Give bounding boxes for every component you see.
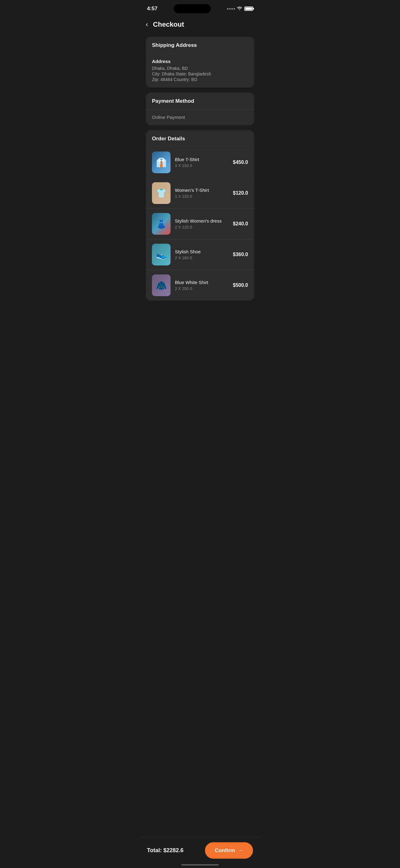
item-image-blue-white-shirt bbox=[152, 274, 171, 296]
item-price-blue-white-shirt: $500.0 bbox=[233, 282, 248, 288]
main-content: Shipping Address Address Dhaka, Dhaka, B… bbox=[139, 34, 261, 332]
item-name-blue-tshirt: Blue T-Shirt bbox=[175, 157, 229, 162]
payment-method-value: Online Payment bbox=[152, 115, 185, 120]
address-line2: City: Dhaka State: Bangladesh bbox=[152, 71, 248, 76]
address-line1: Dhaka, Dhaka, BD bbox=[152, 66, 248, 71]
battery-icon bbox=[244, 6, 253, 11]
item-quantity-womens-tshirt: 1 X 120.0 bbox=[175, 194, 229, 199]
order-item: Blue T-Shirt 3 X 150.0 $450.0 bbox=[146, 147, 254, 178]
order-item: Stylish Shoe 2 X 180.0 $360.0 bbox=[146, 239, 254, 270]
payment-method-header: Payment Method bbox=[146, 93, 254, 110]
item-details-blue-white-shirt: Blue White Shirt 2 X 250.0 bbox=[175, 280, 229, 291]
item-details-stylish-shoe: Stylish Shoe 2 X 180.0 bbox=[175, 249, 229, 260]
item-name-womens-tshirt: Women's T-Shirt bbox=[175, 187, 229, 193]
item-name-womens-dress: Stylish Women's dress bbox=[175, 218, 229, 223]
item-price-stylish-shoe: $360.0 bbox=[233, 252, 248, 257]
item-details-womens-tshirt: Women's T-Shirt 1 X 120.0 bbox=[175, 187, 229, 199]
signal-icon bbox=[227, 8, 235, 10]
item-quantity-womens-dress: 2 X 120.0 bbox=[175, 225, 229, 229]
item-image-womens-tshirt bbox=[152, 182, 171, 204]
item-image-stylish-shoe bbox=[152, 244, 171, 266]
item-name-stylish-shoe: Stylish Shoe bbox=[175, 249, 229, 254]
wifi-icon bbox=[237, 6, 242, 11]
order-item: Blue White Shirt 2 X 250.0 $500.0 bbox=[146, 270, 254, 301]
order-details-header: Order Details bbox=[146, 130, 254, 147]
order-details-title: Order Details bbox=[152, 136, 185, 142]
address-line3: Zip: 48484 Country: BD bbox=[152, 77, 248, 82]
item-quantity-stylish-shoe: 2 X 180.0 bbox=[175, 255, 229, 260]
back-button[interactable]: ‹ bbox=[146, 21, 148, 29]
order-details-card: Order Details Blue T-Shirt 3 X 150.0 $45… bbox=[146, 130, 254, 301]
item-price-blue-tshirt: $450.0 bbox=[233, 160, 248, 165]
page-header: ‹ Checkout bbox=[139, 16, 261, 34]
payment-method-card: Payment Method Online Payment bbox=[146, 93, 254, 125]
shipping-address-header: Shipping Address bbox=[146, 37, 254, 54]
item-details-blue-tshirt: Blue T-Shirt 3 X 150.0 bbox=[175, 157, 229, 168]
shipping-address-card: Shipping Address Address Dhaka, Dhaka, B… bbox=[146, 37, 254, 88]
shipping-address-title: Shipping Address bbox=[152, 42, 197, 48]
payment-method-title: Payment Method bbox=[152, 98, 194, 104]
status-time: 4:57 bbox=[147, 6, 158, 12]
status-icons bbox=[227, 6, 253, 11]
item-image-blue-tshirt bbox=[152, 152, 171, 173]
address-label: Address bbox=[152, 59, 248, 64]
payment-method-body: Online Payment bbox=[146, 110, 254, 125]
item-details-womens-dress: Stylish Women's dress 2 X 120.0 bbox=[175, 218, 229, 229]
item-quantity-blue-tshirt: 3 X 150.0 bbox=[175, 163, 229, 168]
dynamic-island bbox=[174, 4, 211, 13]
order-item: Women's T-Shirt 1 X 120.0 $120.0 bbox=[146, 178, 254, 209]
item-price-womens-tshirt: $120.0 bbox=[233, 190, 248, 196]
item-name-blue-white-shirt: Blue White Shirt bbox=[175, 280, 229, 285]
shipping-address-body: Address Dhaka, Dhaka, BD City: Dhaka Sta… bbox=[146, 54, 254, 88]
order-item: Stylish Women's dress 2 X 120.0 $240.0 bbox=[146, 209, 254, 239]
page-title: Checkout bbox=[153, 21, 184, 29]
order-items-list: Blue T-Shirt 3 X 150.0 $450.0 Women's T-… bbox=[146, 147, 254, 301]
item-quantity-blue-white-shirt: 2 X 250.0 bbox=[175, 286, 229, 291]
item-image-womens-dress bbox=[152, 213, 171, 235]
item-price-womens-dress: $240.0 bbox=[233, 221, 248, 227]
status-bar: 4:57 bbox=[139, 0, 261, 16]
